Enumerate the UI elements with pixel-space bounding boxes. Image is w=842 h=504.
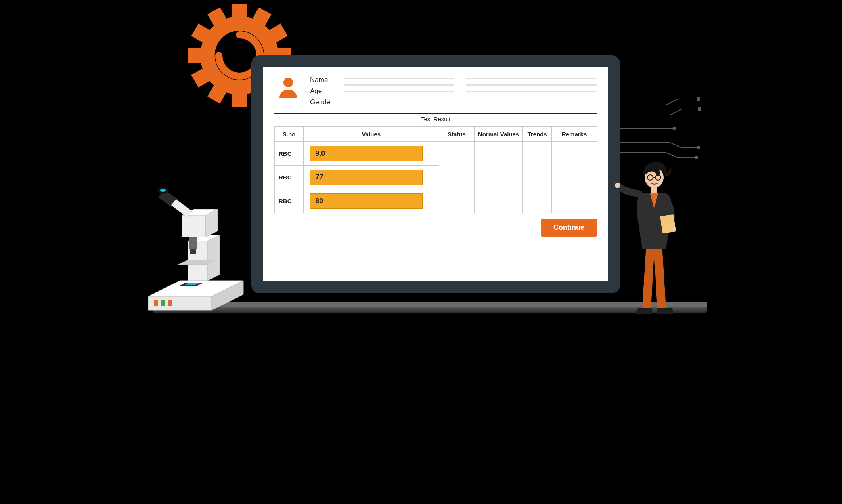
cell-values: 9.0 [304,142,439,166]
input-name-line[interactable] [344,78,454,79]
label-gender: Gender [310,98,333,106]
cell-remarks [552,142,597,213]
svg-point-41 [615,183,620,188]
col-values: Values [304,127,439,142]
extra-line-3[interactable] [466,91,597,92]
app-screen: Name Age Gender [263,67,608,281]
svg-rect-14 [697,97,700,101]
svg-rect-18 [695,156,698,159]
value-input[interactable]: 9.0 [310,146,423,161]
section-title: Test Result [274,116,597,122]
svg-rect-36 [190,249,196,254]
person-icon [274,75,302,101]
cell-normal [475,142,523,213]
extra-line-1[interactable] [466,78,597,79]
label-age: Age [310,87,333,95]
svg-marker-40 [171,199,192,217]
col-trends: Trends [522,127,551,142]
svg-rect-23 [154,300,158,306]
presenter-person-icon [614,150,694,320]
microscope-icon [140,178,259,320]
table-header-row: S.no Values Status Normal Values Trends … [275,127,597,142]
svg-marker-33 [182,215,206,237]
results-table: S.no Values Status Normal Values Trends … [274,126,597,213]
laptop-bezel: Name Age Gender [251,55,620,293]
col-sno: S.no [275,127,304,142]
table-row: RBC 9.0 [275,142,597,166]
svg-rect-35 [189,237,197,249]
svg-rect-15 [698,107,701,111]
label-name: Name [310,76,333,84]
svg-point-39 [160,189,166,192]
value-input[interactable]: 80 [310,193,423,209]
cell-status [439,142,474,213]
input-age-line[interactable] [344,84,454,86]
patient-header: Name Age Gender [274,75,597,110]
svg-rect-16 [673,127,676,130]
svg-rect-25 [168,300,172,306]
col-status: Status [439,127,474,142]
cell-sno: RBC [275,189,304,213]
svg-rect-17 [697,146,700,149]
cell-values: 80 [304,189,439,213]
extra-line-2[interactable] [466,84,597,86]
col-remarks: Remarks [552,127,597,142]
cell-trends [522,142,551,213]
section-divider [274,113,597,114]
continue-button[interactable]: Continue [541,219,597,237]
svg-rect-24 [161,300,165,306]
cell-sno: RBC [275,166,304,189]
value-input[interactable]: 77 [310,170,423,185]
input-gender-line[interactable] [344,91,454,92]
svg-marker-30 [208,235,220,281]
cell-sno: RBC [275,142,304,166]
cell-values: 77 [304,166,439,189]
svg-point-19 [283,78,293,87]
col-normal: Normal Values [475,127,523,142]
svg-point-43 [670,226,676,232]
laptop-device: Name Age Gender [251,55,620,313]
